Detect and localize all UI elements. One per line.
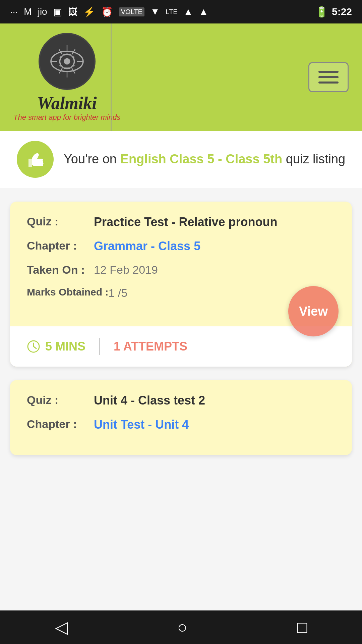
chapter-value-1: Grammar - Class 5 bbox=[94, 239, 200, 253]
alarm-icon: ⏰ bbox=[101, 6, 113, 17]
header: Walmiki The smart app for brighter minds bbox=[0, 23, 362, 131]
quiz-title-row: Quiz : Practice Test - Relative pronoun bbox=[27, 215, 335, 229]
mins-label-1: 5 MINS bbox=[45, 339, 85, 354]
quiz-title-row-2: Quiz : Unit 4 - Class test 2 bbox=[27, 393, 335, 408]
taken-on-label-1: Taken On : bbox=[27, 263, 94, 276]
breadcrumb-prefix: You're on bbox=[64, 152, 120, 166]
attempts-label-1: 1 ATTEMPTS bbox=[114, 339, 187, 353]
notification-dots: ··· bbox=[10, 6, 18, 17]
square-icon: ▣ bbox=[53, 6, 62, 17]
menu-line-2 bbox=[318, 76, 339, 78]
marks-label-1: Marks Obtained : bbox=[27, 286, 108, 298]
chapter-label-2: Chapter : bbox=[27, 418, 94, 431]
quiz-label-2: Quiz : bbox=[27, 393, 94, 407]
breadcrumb-section: You're on English Class 5 - Class 5th qu… bbox=[0, 131, 362, 188]
svg-point-10 bbox=[64, 58, 70, 64]
bottom-nav: ◁ ○ □ bbox=[0, 610, 362, 644]
back-button[interactable]: ◁ bbox=[55, 618, 68, 637]
breadcrumb-text: You're on English Class 5 - Class 5th qu… bbox=[64, 150, 345, 168]
attempts-area-1: 1 ATTEMPTS bbox=[114, 339, 187, 354]
status-bar-left: ··· M jio ▣ 🖼 ⚡ ⏰ VOLTE ▼ LTE ▲ ▲ bbox=[10, 6, 208, 17]
quiz-label-1: Quiz : bbox=[27, 215, 94, 228]
taken-on-row: Taken On : 12 Feb 2019 bbox=[27, 263, 335, 276]
chapter-row-2: Chapter : Unit Test - Unit 4 bbox=[27, 418, 335, 432]
status-bar: ··· M jio ▣ 🖼 ⚡ ⏰ VOLTE ▼ LTE ▲ ▲ 🔋 5:22 bbox=[0, 0, 362, 23]
header-divider bbox=[111, 23, 112, 131]
app-tagline: The smart app for brighter minds bbox=[13, 113, 120, 122]
home-button[interactable]: ○ bbox=[177, 618, 187, 637]
quiz-card-1-top: Quiz : Practice Test - Relative pronoun … bbox=[10, 202, 352, 326]
logo-area: Walmiki The smart app for brighter minds bbox=[13, 33, 120, 122]
quiz-value-1: Practice Test - Relative pronoun bbox=[94, 215, 335, 229]
bluetooth-icon: ⚡ bbox=[83, 6, 95, 17]
svg-line-13 bbox=[34, 346, 36, 348]
logo-svg bbox=[47, 41, 87, 82]
volte-icon: VOLTE bbox=[119, 7, 144, 16]
signal2-icon: ▲ bbox=[199, 6, 208, 17]
app-name: Walmiki bbox=[37, 93, 97, 113]
taken-on-value-1: 12 Feb 2019 bbox=[94, 263, 158, 276]
jio-icon: jio bbox=[38, 6, 47, 17]
quiz-card-1: Quiz : Practice Test - Relative pronoun … bbox=[10, 202, 352, 367]
gmail-icon: M bbox=[24, 6, 32, 17]
quiz-value-2: Unit 4 - Class test 2 bbox=[94, 393, 335, 408]
content-area: Quiz : Practice Test - Relative pronoun … bbox=[0, 188, 362, 469]
logo-circle bbox=[39, 33, 96, 90]
wifi-icon: ▼ bbox=[150, 6, 160, 17]
recent-icon: □ bbox=[297, 618, 307, 637]
clock-icon-1 bbox=[27, 340, 40, 353]
signal-icon: ▲ bbox=[184, 6, 193, 17]
home-icon: ○ bbox=[177, 618, 187, 637]
marks-value-1: 1 /5 bbox=[108, 286, 127, 300]
recent-button[interactable]: □ bbox=[297, 618, 307, 637]
chapter-label-1: Chapter : bbox=[27, 239, 94, 252]
battery-icon: 🔋 bbox=[315, 6, 328, 18]
breadcrumb-highlight: English Class 5 - Class 5th bbox=[120, 152, 283, 166]
back-icon: ◁ bbox=[55, 618, 68, 637]
view-button-1[interactable]: View bbox=[288, 286, 339, 336]
mins-area-1: 5 MINS bbox=[27, 339, 85, 354]
time-display: 5:22 bbox=[332, 6, 352, 17]
breadcrumb-suffix: quiz listing bbox=[282, 152, 345, 166]
chapter-row: Chapter : Grammar - Class 5 bbox=[27, 239, 335, 253]
menu-button[interactable] bbox=[308, 62, 349, 92]
chapter-value-2: Unit Test - Unit 4 bbox=[94, 418, 189, 432]
lte-icon: LTE bbox=[166, 8, 178, 16]
menu-line-1 bbox=[318, 71, 339, 73]
image-icon: 🖼 bbox=[68, 6, 77, 17]
thumb-icon bbox=[17, 141, 54, 178]
separator-1 bbox=[99, 338, 100, 355]
status-bar-right: 🔋 5:22 bbox=[315, 6, 352, 18]
quiz-card-2-top: Quiz : Unit 4 - Class test 2 Chapter : U… bbox=[10, 380, 352, 455]
thumbsup-icon bbox=[25, 149, 45, 169]
quiz-card-2: Quiz : Unit 4 - Class test 2 Chapter : U… bbox=[10, 380, 352, 455]
marks-row: Marks Obtained : 1 /5 bbox=[27, 286, 335, 300]
view-label-1: View bbox=[299, 304, 328, 319]
menu-line-3 bbox=[318, 82, 339, 84]
